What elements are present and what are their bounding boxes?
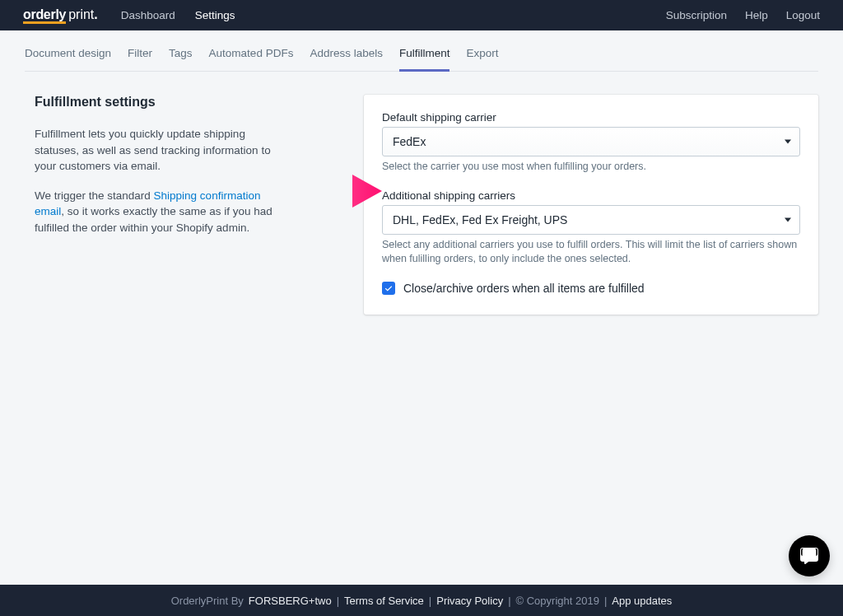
settings-subnav: Document designFilterTagsAutomated PDFsA… [25,42,818,72]
chevron-down-icon [785,140,791,144]
nav-dashboard[interactable]: Dashboard [121,9,175,21]
footer: OrderlyPrint By FORSBERG+two | Terms of … [0,585,843,616]
nav-logout[interactable]: Logout [786,9,820,21]
tab-document-design[interactable]: Document design [25,42,111,72]
footer-tos-link[interactable]: Terms of Service [344,595,424,607]
intro-paragraph-1: Fulfillment lets you quickly update ship… [35,126,282,175]
brand-thin: print [68,7,94,22]
check-icon [384,284,393,292]
tab-export[interactable]: Export [466,42,498,72]
brand-bold: orderly [23,9,66,24]
nav-settings[interactable]: Settings [195,9,235,21]
sidebar-description: Fulfillment settings Fulfillment lets yo… [10,95,339,315]
additional-carriers-value: DHL, FedEx, Fed Ex Freight, UPS [393,213,567,226]
page-title: Fulfillment settings [35,95,339,110]
brand-logo: orderlyprint. [23,7,98,24]
nav-subscription[interactable]: Subscription [666,9,727,21]
footer-privacy-link[interactable]: Privacy Policy [436,595,503,607]
close-archive-checkbox[interactable] [382,282,395,295]
default-carrier-label: Default shipping carrier [382,111,800,124]
close-archive-label: Close/archive orders when all items are … [403,282,645,295]
default-carrier-select[interactable]: FedEx [382,127,800,156]
tab-fulfillment[interactable]: Fulfillment [399,42,450,72]
additional-carriers-label: Additional shipping carriers [382,189,800,202]
tab-filter[interactable]: Filter [128,42,152,72]
default-carrier-help: Select the carrier you use most when ful… [382,160,800,175]
footer-author: FORSBERG+two [249,595,332,607]
chat-widget-button[interactable] [789,535,830,576]
chat-icon [799,545,820,567]
footer-updates-link[interactable]: App updates [612,595,672,607]
settings-card: Default shipping carrier FedEx Select th… [364,95,818,315]
chevron-down-icon [785,217,791,222]
additional-carriers-help: Select any additional carriers you use t… [382,238,800,267]
tab-address-labels[interactable]: Address labels [310,42,383,72]
nav-help[interactable]: Help [745,9,768,21]
additional-carriers-select[interactable]: DHL, FedEx, Fed Ex Freight, UPS [382,205,800,235]
top-nav: orderlyprint. Dashboard Settings Subscri… [0,0,843,30]
default-carrier-value: FedEx [393,135,426,148]
tab-automated-pdfs[interactable]: Automated PDFs [209,42,294,72]
intro-paragraph-2: We trigger the standard Shipping confirm… [35,188,282,236]
tab-tags[interactable]: Tags [169,42,193,72]
